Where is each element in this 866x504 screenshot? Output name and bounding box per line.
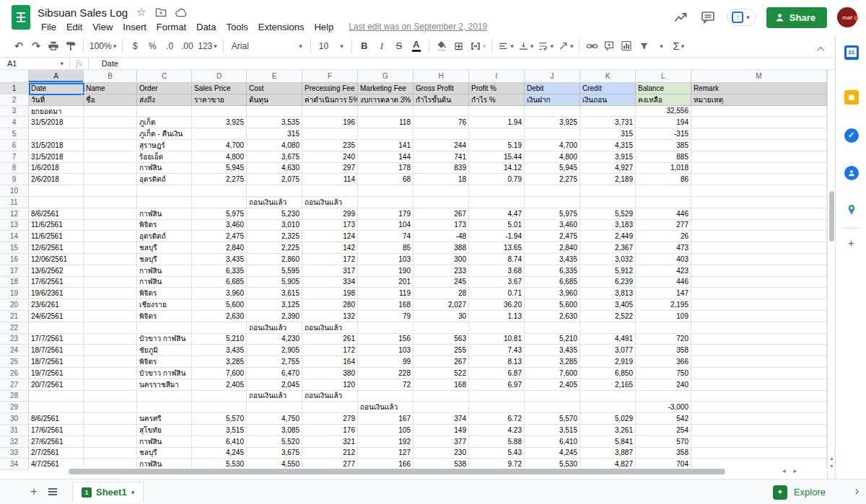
print-button[interactable] [45,37,62,55]
cell-K26[interactable]: 6,850 [580,368,636,379]
cell-I13[interactable]: 5.01 [469,220,525,231]
avatar[interactable]: maf [837,7,857,27]
cell-I32[interactable]: 5.88 [469,436,525,448]
cell-I23[interactable]: 10.81 [469,334,525,345]
cell-H33[interactable]: 230 [414,448,469,459]
decrease-decimal-button[interactable]: .0 [161,37,178,55]
cell-E29[interactable] [247,402,302,413]
cell-C26[interactable]: บัวขาว กาฬสิน [137,368,192,379]
cell-F21[interactable]: 132 [302,311,358,322]
row-header-20[interactable]: 20 [0,299,29,311]
cell-H9[interactable]: 18 [414,174,469,185]
cell-A2[interactable]: วันที่ [29,94,84,106]
cell-B11[interactable] [84,197,137,208]
cell-D9[interactable]: 2,275 [192,174,247,185]
cell-K30[interactable]: 5,029 [580,413,636,425]
cell-F27[interactable]: 120 [302,379,358,391]
cell-I2[interactable]: กำไร % [469,94,525,106]
menu-item-file[interactable]: File [36,21,61,33]
cell-M24[interactable] [691,345,827,356]
column-header-L[interactable]: L [636,70,691,83]
cell-M13[interactable] [691,220,827,231]
cell-L17[interactable]: 423 [636,265,691,277]
cell-I7[interactable]: 15.44 [469,151,525,163]
cell-G26[interactable]: 228 [358,368,414,379]
cell-I17[interactable]: 3.68 [469,265,525,277]
cell-C20[interactable]: เชียงราย [137,299,192,311]
scroll-down-icon[interactable]: ▼ [829,464,834,469]
cell-K14[interactable]: 2,449 [580,231,636,242]
filter-button[interactable] [635,37,652,55]
cell-L7[interactable]: 885 [636,151,691,163]
column-header-G[interactable]: G [358,70,414,83]
cell-B5[interactable] [84,128,137,140]
google-keep-icon[interactable] [844,89,859,105]
google-maps-icon[interactable] [844,203,859,218]
cell-K17[interactable]: 5,912 [580,265,636,277]
cell-E10[interactable] [247,185,302,197]
cell-A26[interactable]: 19/7/2561 [29,368,84,379]
cell-M8[interactable] [691,163,827,174]
cell-J25[interactable]: 3,285 [525,356,580,368]
cell-C25[interactable]: พิจิตร [137,356,192,368]
google-contacts-icon[interactable] [844,165,859,180]
cell-H6[interactable]: 244 [414,140,469,151]
cell-F9[interactable]: 114 [302,174,358,185]
horizontal-align-button[interactable]: ▾ [496,37,516,55]
cell-C8[interactable]: กาฬสิน [137,163,192,174]
cell-L33[interactable]: 358 [636,448,691,459]
cell-A1[interactable]: Date [29,83,84,94]
cell-I20[interactable]: 36.20 [469,299,525,311]
cell-M17[interactable] [691,265,827,277]
cell-D4[interactable]: 3,925 [192,117,247,128]
cell-D33[interactable]: 4,245 [192,448,247,459]
row-header-22[interactable]: 22 [0,322,29,334]
cell-K32[interactable]: 5,841 [580,436,636,448]
cell-K16[interactable]: 3,032 [580,254,636,265]
menu-item-data[interactable]: Data [191,21,221,33]
cell-D24[interactable]: 3,435 [192,345,247,356]
cell-G28[interactable] [358,391,414,402]
cell-B3[interactable] [84,106,137,118]
cell-I12[interactable]: 4.47 [469,208,525,220]
row-header-31[interactable]: 31 [0,425,29,436]
cell-I16[interactable]: 8.74 [469,254,525,265]
cell-L19[interactable]: 147 [636,288,691,299]
cell-C16[interactable]: ชลบุรี [137,254,192,265]
cell-C31[interactable]: สุโขทัย [137,425,192,436]
cell-K19[interactable]: 3,813 [580,288,636,299]
cell-D12[interactable]: 5,975 [192,208,247,220]
cell-J14[interactable]: 2,475 [525,231,580,242]
cell-H11[interactable] [414,197,469,208]
column-header-B[interactable]: B [84,70,137,83]
cell-I22[interactable] [469,322,525,334]
cell-G18[interactable]: 201 [358,277,414,288]
insert-comment-button[interactable] [600,37,618,55]
cell-F18[interactable]: 334 [302,277,358,288]
cell-F2[interactable]: ค่าดำเนินการ 5% [302,94,358,106]
cell-B23[interactable] [84,334,137,345]
cell-G20[interactable]: 168 [358,299,414,311]
cell-K25[interactable]: 2,919 [580,356,636,368]
cell-C28[interactable] [137,391,192,402]
cell-J28[interactable] [525,391,580,402]
cell-M11[interactable] [691,197,827,208]
cell-L4[interactable]: 194 [636,117,691,128]
cell-I31[interactable]: 4.23 [469,425,525,436]
increase-decimal-button[interactable]: .00 [178,37,196,55]
cell-L10[interactable] [636,185,691,197]
zoom-select[interactable]: 100%▾ [87,37,118,55]
cell-A11[interactable] [29,197,84,208]
cell-A24[interactable]: 18/7/2561 [29,345,84,356]
cell-M21[interactable] [691,311,827,322]
cell-C1[interactable]: Order [137,83,192,94]
cell-M20[interactable] [691,299,827,311]
cell-J2[interactable]: เงินฝาก [525,94,580,106]
cell-I28[interactable] [469,391,525,402]
cell-B30[interactable] [84,413,137,425]
cell-D31[interactable]: 3,515 [192,425,247,436]
cell-H4[interactable]: 76 [414,117,469,128]
cell-G31[interactable]: 105 [358,425,414,436]
cell-J4[interactable]: 3,925 [525,117,580,128]
cell-A12[interactable]: 8/6/2561 [29,208,84,220]
